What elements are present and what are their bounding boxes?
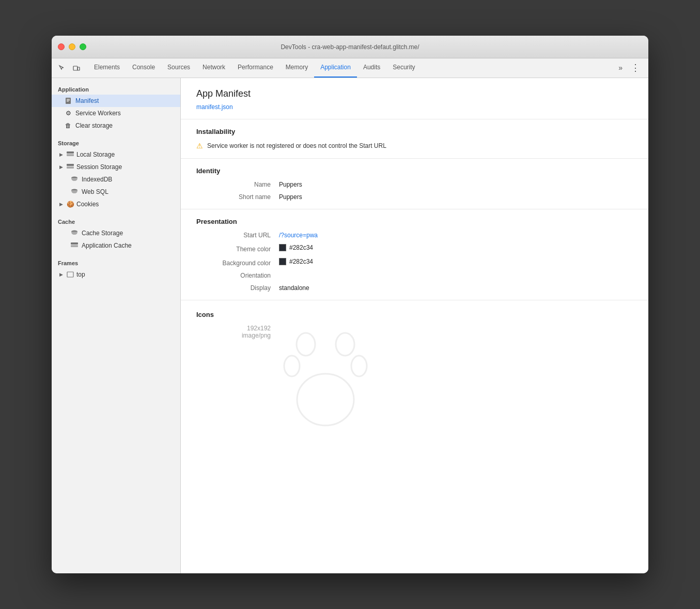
tab-console[interactable]: Console <box>126 58 161 78</box>
name-row: Name Puppers <box>196 181 633 188</box>
tab-network[interactable]: Network <box>196 58 231 78</box>
svg-rect-6 <box>67 151 74 154</box>
session-storage-arrow: ▶ <box>58 164 64 170</box>
icon-row: 192x192 image/png <box>196 325 633 430</box>
icons-heading: Icons <box>196 311 633 318</box>
identity-section: Identity Name Puppers Short name Puppers <box>196 167 633 201</box>
sidebar-item-cookies[interactable]: ▶ 🍪 Cookies <box>52 198 180 210</box>
sidebar-cache-storage-label: Cache Storage <box>82 230 123 237</box>
page-title: App Manifest <box>196 88 633 99</box>
sidebar-websql-label: Web SQL <box>82 188 108 195</box>
sidebar-item-websql[interactable]: Web SQL <box>52 186 180 198</box>
svg-rect-15 <box>67 272 73 277</box>
icon-meta: 192x192 image/png <box>196 325 279 339</box>
cache-storage-icon <box>70 229 79 237</box>
manifest-link[interactable]: manifest.json <box>196 103 633 111</box>
identity-heading: Identity <box>196 167 633 175</box>
sidebar-section-cache: Cache <box>52 215 180 227</box>
orientation-row: Orientation <box>196 272 633 279</box>
installability-section: Installability ⚠ Service worker is not r… <box>196 128 633 150</box>
device-toggle-icon[interactable] <box>70 62 83 74</box>
tab-memory[interactable]: Memory <box>279 58 314 78</box>
short-name-value: Puppers <box>279 193 302 201</box>
top-frame-icon <box>66 270 74 279</box>
manifest-icon <box>64 97 72 105</box>
warning-row: ⚠ Service worker is not registered or do… <box>196 142 633 150</box>
sidebar-item-application-cache[interactable]: Application Cache <box>52 239 180 252</box>
title-bar: DevTools - cra-web-app-manifest-defaut.g… <box>52 36 648 58</box>
sidebar-item-cache-storage[interactable]: Cache Storage <box>52 227 180 239</box>
tab-audits[interactable]: Audits <box>357 58 386 78</box>
start-url-label: Start URL <box>196 232 279 239</box>
application-cache-icon <box>70 241 79 250</box>
sidebar-item-service-workers[interactable]: ⚙ Service Workers <box>52 107 180 119</box>
short-name-label: Short name <box>196 193 279 201</box>
svg-point-17 <box>336 333 354 356</box>
icon-size: 192x192 <box>247 325 271 332</box>
sidebar-local-storage-label: Local Storage <box>76 151 115 158</box>
websql-icon <box>70 188 79 196</box>
tab-bar: Elements Console Sources Network Perform… <box>52 58 648 78</box>
sidebar-service-workers-label: Service Workers <box>75 110 121 117</box>
background-color-value: #282c34 <box>279 258 313 265</box>
minimize-button[interactable] <box>69 43 75 50</box>
display-value: standalone <box>279 284 309 292</box>
sidebar-clear-storage-label: Clear storage <box>75 122 113 129</box>
tab-elements[interactable]: Elements <box>88 58 126 78</box>
cookies-icon: 🍪 <box>66 200 74 208</box>
sidebar-item-session-storage[interactable]: ▶ Session Storage <box>52 161 180 173</box>
inspect-icon[interactable] <box>56 62 68 74</box>
background-color-swatch <box>279 258 286 265</box>
svg-rect-2 <box>66 98 71 104</box>
paw-icon-container <box>279 325 372 430</box>
svg-rect-8 <box>67 164 74 166</box>
theme-color-value: #282c34 <box>279 244 313 251</box>
tab-menu-button[interactable]: ⋮ <box>627 58 644 78</box>
divider-identity <box>181 158 648 159</box>
tab-performance[interactable]: Performance <box>231 58 279 78</box>
orientation-label: Orientation <box>196 272 279 279</box>
fullscreen-button[interactable] <box>80 43 86 50</box>
devtools-window: DevTools - cra-web-app-manifest-defaut.g… <box>52 36 648 573</box>
sidebar-section-storage: Storage <box>52 136 180 148</box>
tab-security[interactable]: Security <box>386 58 421 78</box>
indexeddb-icon <box>70 175 79 184</box>
svg-rect-9 <box>67 166 74 169</box>
sidebar-item-manifest[interactable]: Manifest <box>52 95 180 107</box>
short-name-row: Short name Puppers <box>196 193 633 201</box>
warning-text: Service worker is not registered or does… <box>207 142 386 149</box>
divider-icons <box>181 300 648 300</box>
presentation-heading: Presentation <box>196 218 633 225</box>
more-tabs-button[interactable]: » <box>614 58 627 78</box>
sidebar-item-indexeddb[interactable]: IndexedDB <box>52 173 180 186</box>
svg-point-18 <box>284 356 300 376</box>
cookies-arrow: ▶ <box>58 201 64 207</box>
sidebar-session-storage-label: Session Storage <box>76 163 122 171</box>
svg-rect-1 <box>77 67 80 70</box>
start-url-row: Start URL /?source=pwa <box>196 232 633 239</box>
sidebar-item-top-frame[interactable]: ▶ top <box>52 268 180 281</box>
svg-point-16 <box>297 333 315 356</box>
svg-rect-14 <box>71 245 78 247</box>
display-label: Display <box>196 284 279 292</box>
start-url-link[interactable]: /?source=pwa <box>279 232 318 239</box>
tab-sources[interactable]: Sources <box>161 58 196 78</box>
close-button[interactable] <box>58 43 65 50</box>
service-workers-icon: ⚙ <box>64 109 72 117</box>
warning-icon: ⚠ <box>196 142 203 150</box>
paw-icon <box>279 325 372 428</box>
icons-section: Icons 192x192 image/png <box>196 309 633 430</box>
start-url-value: /?source=pwa <box>279 232 318 239</box>
session-storage-icon <box>66 163 74 171</box>
tab-application[interactable]: Application <box>314 58 357 78</box>
sidebar-indexeddb-label: IndexedDB <box>82 176 112 183</box>
svg-rect-7 <box>67 154 74 156</box>
icon-type: image/png <box>242 332 271 339</box>
svg-rect-0 <box>73 66 77 70</box>
display-row: Display standalone <box>196 284 633 292</box>
sidebar-section-application: Application <box>52 82 180 95</box>
sidebar: Application Manifest ⚙ Service Workers 🗑 <box>52 78 181 573</box>
sidebar-item-local-storage[interactable]: ▶ Local Storage <box>52 148 180 161</box>
sidebar-item-clear-storage[interactable]: 🗑 Clear storage <box>52 119 180 132</box>
clear-storage-icon: 🗑 <box>64 121 72 130</box>
